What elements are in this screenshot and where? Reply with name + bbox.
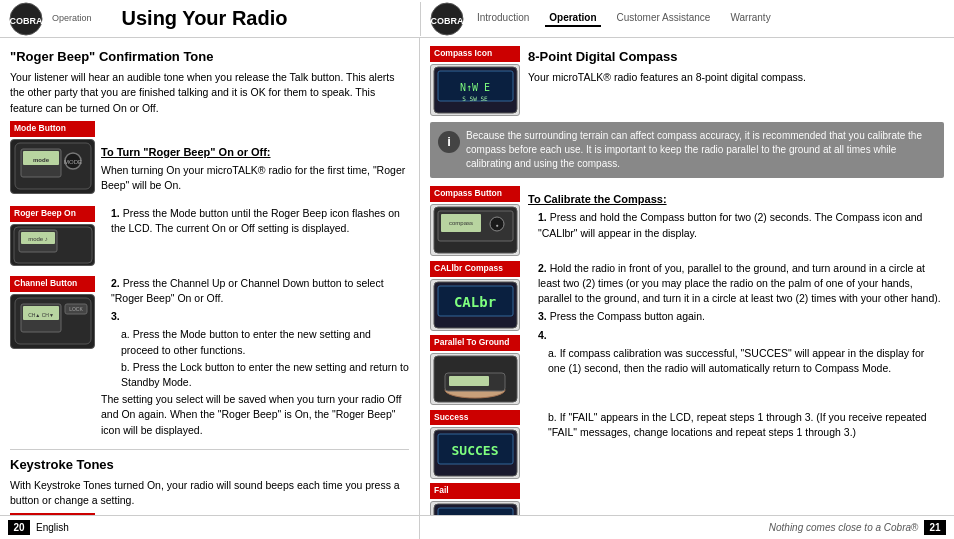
- roger-step1-col: 1. Press the Mode button until the Roger…: [101, 206, 409, 239]
- main-content: "Roger Beep" Confirmation Tone Your list…: [0, 38, 954, 515]
- roger-step3a: a. Press the Mode button to enter the ne…: [121, 327, 409, 357]
- roger-beep-sub-heading: To Turn "Roger Beep" On or Off:: [101, 145, 409, 160]
- svg-text:S SW SE: S SW SE: [462, 95, 488, 102]
- svg-rect-55: [438, 508, 513, 515]
- right-column: Compass Icon N↑W E S SW SE 8-Point Digit…: [420, 38, 954, 515]
- compass-icon-col: Compass Icon N↑W E S SW SE: [430, 46, 520, 116]
- roger-beep-step0: When turning On your microTALK® radio fo…: [101, 163, 409, 193]
- compass-heading-text-col: 8-Point Digital Compass Your microTALK® …: [528, 46, 944, 90]
- mode-button-row: Mode Button mode MODE To Turn "Roger Bee…: [10, 121, 409, 200]
- calibrate-step4a: a. If compass calibration was successful…: [548, 346, 944, 376]
- compass-intro: Your microTALK® radio features an 8-poin…: [528, 70, 944, 85]
- compass-button-label: Compass Button: [430, 186, 520, 202]
- fail-label: Fail: [430, 483, 520, 499]
- left-column: "Roger Beep" Confirmation Tone Your list…: [0, 38, 420, 515]
- roger-beep-on-label: Roger Beep On: [10, 206, 95, 222]
- success-img: SUCCES: [430, 427, 520, 479]
- compass-button-img: compass ●: [430, 204, 520, 256]
- calibrate-steps-col: To Calibrate the Compass: 1. Press and h…: [528, 186, 944, 256]
- header-right: COBRA Introduction Operation Customer As…: [420, 2, 954, 36]
- roger-note: The setting you select will be saved whe…: [101, 392, 409, 438]
- keystroke-heading: Keystroke Tones: [10, 456, 409, 474]
- svg-text:compass: compass: [448, 220, 472, 226]
- calibr-parallel-row: CALlbr Compass CALbr Parallel To Ground: [430, 261, 944, 405]
- compass-button-col: Compass Button compass ●: [430, 186, 520, 256]
- roger-step3b: b. Press the Lock button to enter the ne…: [121, 360, 409, 390]
- calibr-label: CALlbr Compass: [430, 261, 520, 277]
- success-fail-row: Success SUCCES Fail FAil: [430, 410, 944, 515]
- header-left: COBRA Operation Using Your Radio: [0, 2, 420, 36]
- roger-beep-on-img: mode ♪: [10, 224, 95, 266]
- channel-button-col: Channel Button CH▲ CH▼ LOCK: [10, 276, 95, 355]
- svg-text:MODE: MODE: [64, 159, 82, 165]
- step4b-col: b. If "FAIL" appears in the LCD, repeat …: [528, 410, 944, 515]
- page-num-left: 20: [8, 520, 30, 535]
- footer-right: Nothing comes close to a Cobra® 21: [420, 520, 954, 535]
- mode-button-label: Mode Button: [10, 121, 95, 137]
- success-fail-col: Success SUCCES Fail FAil: [430, 410, 520, 515]
- svg-text:COBRA: COBRA: [10, 16, 43, 26]
- cobra-logo-right: COBRA: [429, 2, 465, 36]
- svg-text:LOCK: LOCK: [69, 306, 83, 312]
- fail-img: FAil: [430, 501, 520, 515]
- channel-button-row: Channel Button CH▲ CH▼ LOCK 2. Press the…: [10, 276, 409, 443]
- calibrate-steps-col-2: 2. Hold the radio in front of you, paral…: [528, 261, 944, 405]
- compass-icon-label: Compass Icon: [430, 46, 520, 62]
- channel-button-img: CH▲ CH▼ LOCK: [10, 294, 95, 349]
- parallel-label: Parallel To Ground: [430, 335, 520, 351]
- svg-text:●: ●: [495, 222, 498, 228]
- svg-rect-50: [449, 376, 489, 386]
- footer-tagline: Nothing comes close to a Cobra®: [769, 522, 919, 533]
- tab-warranty[interactable]: Warranty: [726, 10, 774, 27]
- compass-section-heading: 8-Point Digital Compass: [528, 48, 944, 66]
- compass-button-row: Compass Button compass ● To Calibrate th…: [430, 186, 944, 256]
- roger-step1: 1. Press the Mode button until the Roger…: [111, 206, 409, 236]
- page-title: Using Your Radio: [122, 7, 288, 30]
- info-box-text: Because the surrounding terrain can affe…: [466, 129, 936, 171]
- calibrate-heading: To Calibrate the Compass:: [528, 192, 944, 207]
- svg-text:mode ♪: mode ♪: [28, 236, 48, 242]
- calibr-img: CALbr: [430, 279, 520, 331]
- top-header: COBRA Operation Using Your Radio COBRA I…: [0, 0, 954, 38]
- info-icon: i: [438, 131, 460, 153]
- compass-heading-row: Compass Icon N↑W E S SW SE 8-Point Digit…: [430, 46, 944, 116]
- svg-text:N↑W E: N↑W E: [459, 82, 489, 93]
- svg-text:COBRA: COBRA: [431, 16, 464, 26]
- svg-text:SUCCES: SUCCES: [451, 443, 498, 458]
- roger-beep-steps-col: To Turn "Roger Beep" On or Off: When tur…: [101, 121, 409, 199]
- roger-beep-on-row: Roger Beep On mode ♪ 1. Press the Mode b…: [10, 206, 409, 270]
- footer-left: 20 English: [0, 516, 420, 539]
- svg-text:CH▲ CH▼: CH▲ CH▼: [28, 312, 54, 318]
- parallel-img: [430, 353, 520, 405]
- info-box: i Because the surrounding terrain can af…: [430, 122, 944, 178]
- op-label-left: Operation: [52, 13, 92, 23]
- svg-text:mode: mode: [32, 157, 49, 163]
- footer-lang: English: [36, 522, 69, 533]
- tab-customer-assistance[interactable]: Customer Assistance: [613, 10, 715, 27]
- roger-beep-intro: Your listener will hear an audible tone …: [10, 70, 409, 116]
- tab-introduction[interactable]: Introduction: [473, 10, 533, 27]
- calibrate-step2: 2. Hold the radio in front of you, paral…: [538, 261, 944, 307]
- calibr-col: CALlbr Compass CALbr Parallel To Ground: [430, 261, 520, 405]
- cobra-logo-left: COBRA: [8, 2, 44, 36]
- footer: 20 English Nothing comes close to a Cobr…: [0, 515, 954, 539]
- roger-steps-col: 2. Press the Channel Up or Channel Down …: [101, 276, 409, 443]
- roger-step3: 3.: [111, 309, 409, 324]
- compass-icon-img: N↑W E S SW SE: [430, 64, 520, 116]
- calibrate-step3: 3. Press the Compass button again.: [538, 309, 944, 324]
- mode-button-radio-img: mode MODE: [10, 139, 95, 194]
- roger-beep-on-col: Roger Beep On mode ♪: [10, 206, 95, 270]
- page-num-right: 21: [924, 520, 946, 535]
- header-tabs: Introduction Operation Customer Assistan…: [473, 10, 775, 27]
- roger-step2: 2. Press the Channel Up or Channel Down …: [111, 276, 409, 306]
- calibrate-step4: 4.: [538, 328, 944, 343]
- roger-beep-heading: "Roger Beep" Confirmation Tone: [10, 48, 409, 66]
- keystroke-intro: With Keystroke Tones turned On, your rad…: [10, 478, 409, 508]
- calibrate-step4b: b. If "FAIL" appears in the LCD, repeat …: [548, 410, 944, 440]
- svg-text:CALbr: CALbr: [453, 294, 495, 310]
- channel-button-label: Channel Button: [10, 276, 95, 292]
- calibrate-step1: 1. Press and hold the Compass button for…: [538, 210, 944, 240]
- mode-button-col: Mode Button mode MODE: [10, 121, 95, 200]
- success-label: Success: [430, 410, 520, 426]
- tab-operation[interactable]: Operation: [545, 10, 600, 27]
